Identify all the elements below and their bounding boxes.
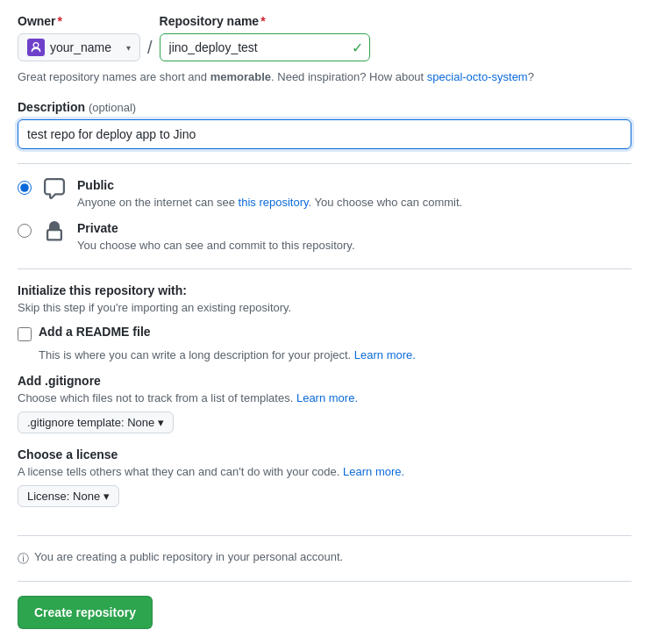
description-group: Description (optional) <box>18 100 631 149</box>
repo-name-field-group: Repository name* ✓ <box>160 14 370 61</box>
optional-text: (optional) <box>89 101 136 114</box>
private-option: Private You choose who can see and commi… <box>18 221 631 254</box>
initialize-section: Initialize this repository with: Skip th… <box>18 283 631 314</box>
public-desc: Anyone on the internet can see this repo… <box>77 194 631 211</box>
public-option: Public Anyone on the internet can see th… <box>18 178 631 211</box>
readme-checkbox-row: Add a README file <box>18 325 631 341</box>
private-svg-icon <box>44 221 65 242</box>
divider-4 <box>18 581 631 582</box>
info-row: ⓘ You are creating a public repository i… <box>18 550 631 567</box>
license-dropdown[interactable]: License: None ▾ <box>18 485 119 507</box>
license-desc: A license tells others what they can and… <box>18 465 631 478</box>
public-title: Public <box>77 178 631 192</box>
create-btn-label: Create repository <box>34 605 136 619</box>
license-learn-more-link[interactable]: Learn more. <box>343 465 404 478</box>
divider-1 <box>18 163 631 164</box>
private-content: Private You choose who can see and commi… <box>77 221 631 254</box>
owner-chevron-icon: ▾ <box>126 43 131 53</box>
initialize-subtext: Skip this step if you're importing an ex… <box>18 301 631 314</box>
repo-name-check-icon: ✓ <box>352 39 363 56</box>
public-radio[interactable] <box>18 181 32 195</box>
suggestion-text: Great repository names are short and mem… <box>18 68 631 86</box>
private-desc: You choose who can see and commit to thi… <box>77 237 631 254</box>
readme-checkbox[interactable] <box>18 327 32 341</box>
gitignore-chevron-icon: ▾ <box>158 416 164 429</box>
owner-repo-row: Owner* your_name ▾ / Repository name* ✓ <box>18 14 631 61</box>
readme-learn-more-link[interactable]: Learn more. <box>354 348 416 361</box>
gitignore-btn-label: .gitignore template: None <box>27 416 154 429</box>
public-content: Public Anyone on the internet can see th… <box>77 178 631 211</box>
gitignore-heading: Add .gitignore <box>18 374 631 388</box>
owner-label-text: Owner <box>18 14 56 28</box>
description-label: Description (optional) <box>18 100 631 114</box>
public-svg-icon <box>44 178 65 199</box>
gitignore-dropdown[interactable]: .gitignore template: None ▾ <box>18 411 174 433</box>
suggestion-bold: memorable <box>210 70 271 83</box>
slash-divider: / <box>147 33 153 61</box>
owner-value-text: your_name <box>50 40 121 54</box>
private-icon <box>40 218 68 246</box>
owner-select[interactable]: your_name ▾ <box>18 33 140 61</box>
description-label-text: Description <box>18 100 85 114</box>
owner-icon <box>27 39 45 56</box>
license-heading: Choose a license <box>18 447 631 462</box>
owner-svg-icon <box>30 41 42 54</box>
repo-name-label: Repository name* <box>160 14 370 28</box>
public-this-repo-link[interactable]: this repository <box>239 196 309 209</box>
gitignore-desc: Choose which files not to track from a l… <box>18 391 631 404</box>
repo-name-required-star: * <box>260 14 265 28</box>
owner-field-group: Owner* your_name ▾ <box>18 14 140 61</box>
license-chevron-icon: ▾ <box>103 490 110 503</box>
create-repository-button[interactable]: Create repository <box>18 596 153 629</box>
public-on-text: on <box>119 196 132 209</box>
private-radio[interactable] <box>18 224 32 238</box>
suggestion-link[interactable]: special-octo-system <box>427 70 528 83</box>
readme-label: Add a README file <box>39 325 151 339</box>
initialize-heading: Initialize this repository with: <box>18 283 631 297</box>
private-title: Private <box>77 221 631 235</box>
license-btn-label: License: None <box>27 490 100 503</box>
repo-name-input-wrapper: ✓ <box>160 33 370 61</box>
info-circle-icon: ⓘ <box>18 551 29 567</box>
description-input[interactable] <box>18 119 631 149</box>
repo-name-label-text: Repository name <box>160 14 260 28</box>
owner-required-star: * <box>58 14 62 28</box>
divider-3 <box>18 535 631 536</box>
repo-name-input[interactable] <box>160 33 370 61</box>
divider-2 <box>18 268 631 269</box>
public-icon <box>40 175 68 203</box>
info-message: You are creating a public repository in … <box>34 550 343 563</box>
readme-desc: This is where you can write a long descr… <box>39 347 631 364</box>
owner-label: Owner* <box>18 14 140 28</box>
gitignore-learn-more-link[interactable]: Learn more. <box>296 391 358 404</box>
